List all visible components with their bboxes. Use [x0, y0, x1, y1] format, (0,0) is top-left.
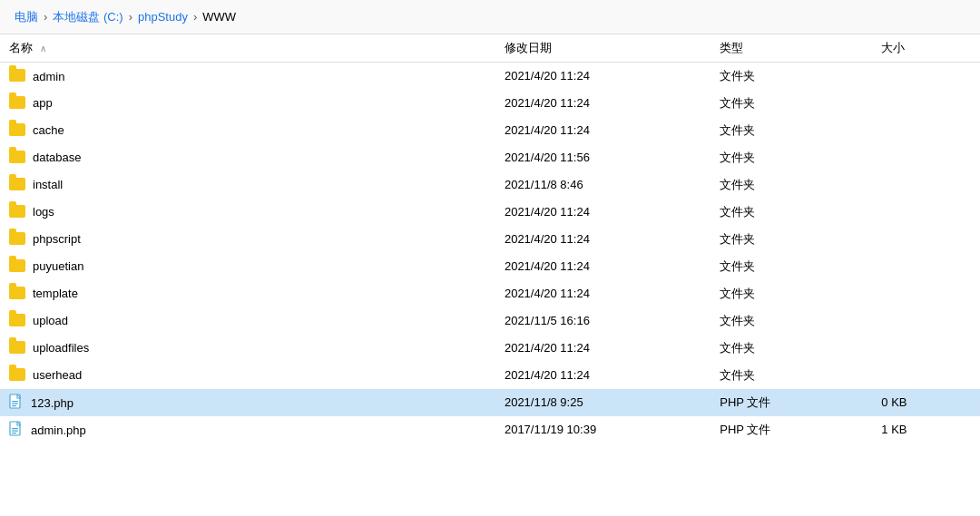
folder-name: phpscript [33, 233, 81, 247]
folder-icon [9, 178, 25, 190]
folder-name: template [33, 287, 78, 301]
file-type-cell: 文件夹 [710, 63, 872, 90]
table-row[interactable]: app2021/4/20 11:24文件夹 [0, 90, 980, 117]
folder-icon [9, 123, 25, 136]
table-header-row: 名称 ∧ 修改日期 类型 大小 [0, 34, 980, 63]
file-type-cell: PHP 文件 [710, 416, 872, 443]
col-header-type[interactable]: 类型 [710, 34, 872, 63]
breadcrumb-phpstudy[interactable]: phpStudy [138, 10, 188, 24]
file-name-cell: uploadfiles [0, 335, 495, 362]
file-name-cell: install [0, 171, 495, 199]
file-name-cell: app [0, 90, 495, 117]
table-row[interactable]: cache2021/4/20 11:24文件夹 [0, 117, 980, 144]
svg-rect-2 [12, 403, 18, 404]
file-size-cell: 1 KB [872, 416, 980, 443]
file-size-cell [872, 171, 980, 199]
breadcrumb-sep-3: › [193, 10, 197, 24]
folder-icon [9, 314, 25, 326]
file-type-cell: 文件夹 [710, 280, 872, 307]
file-date-cell: 2021/11/5 16:16 [495, 307, 710, 335]
breadcrumb-sep-1: › [44, 10, 47, 24]
file-size-cell [872, 90, 980, 117]
breadcrumb-www: WWW [202, 10, 236, 24]
folder-name: admin [33, 70, 64, 83]
file-date-cell: 2021/4/20 11:24 [495, 253, 710, 280]
breadcrumb-sep-2: › [129, 10, 132, 24]
file-name-cell: database [0, 144, 495, 171]
folder-name: uploadfiles [33, 342, 89, 355]
col-header-date[interactable]: 修改日期 [495, 34, 710, 63]
folder-icon [9, 205, 25, 218]
table-row[interactable]: logs2021/4/20 11:24文件夹 [0, 199, 980, 226]
file-type-cell: 文件夹 [710, 171, 872, 199]
file-date-cell: 2021/4/20 11:56 [495, 144, 710, 171]
file-size-cell [872, 226, 980, 253]
file-size-cell: 0 KB [872, 389, 980, 416]
table-row[interactable]: uploadfiles2021/4/20 11:24文件夹 [0, 335, 980, 362]
file-name-cell: admin.php [0, 416, 495, 443]
folder-name: userhead [33, 369, 82, 383]
php-icon [9, 421, 24, 437]
table-row[interactable]: install2021/11/8 8:46文件夹 [0, 171, 980, 199]
file-type-cell: 文件夹 [710, 199, 872, 226]
sort-arrow-name: ∧ [40, 44, 46, 54]
col-header-name[interactable]: 名称 ∧ [0, 34, 495, 63]
file-type-cell: 文件夹 [710, 253, 872, 280]
file-size-cell [872, 307, 980, 335]
file-name-cell: upload [0, 307, 495, 335]
php-file-name: 123.php [31, 395, 74, 409]
file-type-cell: 文件夹 [710, 307, 872, 335]
file-size-cell [872, 362, 980, 389]
file-type-cell: 文件夹 [710, 362, 872, 389]
col-header-size[interactable]: 大小 [872, 34, 980, 63]
folder-icon [9, 96, 25, 109]
folder-icon [9, 341, 25, 354]
file-name-cell: userhead [0, 362, 495, 389]
file-date-cell: 2021/4/20 11:24 [495, 280, 710, 307]
breadcrumb-pc[interactable]: 电脑 [15, 9, 38, 25]
breadcrumb-c-drive[interactable]: 本地磁盘 (C:) [53, 9, 122, 25]
table-row[interactable]: admin.php2017/11/19 10:39PHP 文件1 KB [0, 416, 980, 443]
svg-rect-5 [12, 428, 18, 429]
file-date-cell: 2021/4/20 11:24 [495, 117, 710, 144]
table-row[interactable]: admin2021/4/20 11:24文件夹 [0, 63, 980, 90]
file-type-cell: 文件夹 [710, 117, 872, 144]
php-icon [9, 394, 24, 410]
table-row[interactable]: phpscript2021/4/20 11:24文件夹 [0, 226, 980, 253]
svg-rect-7 [12, 433, 16, 433]
file-name-cell: 123.php [0, 389, 495, 416]
file-size-cell [872, 280, 980, 307]
file-size-cell [872, 335, 980, 362]
php-file-name: admin.php [31, 423, 86, 436]
folder-icon [9, 287, 25, 299]
table-row[interactable]: puyuetian2021/4/20 11:24文件夹 [0, 253, 980, 280]
file-date-cell: 2021/4/20 11:24 [495, 90, 710, 117]
table-row[interactable]: userhead2021/4/20 11:24文件夹 [0, 362, 980, 389]
file-date-cell: 2021/4/20 11:24 [495, 362, 710, 389]
table-row[interactable]: database2021/4/20 11:56文件夹 [0, 144, 980, 171]
folder-name: puyuetian [33, 260, 83, 274]
file-date-cell: 2017/11/19 10:39 [495, 416, 710, 443]
file-date-cell: 2021/11/8 9:25 [495, 389, 710, 416]
file-table: 名称 ∧ 修改日期 类型 大小 admin2021/4/20 11:24文件夹a… [0, 34, 980, 443]
svg-rect-3 [12, 405, 16, 406]
folder-icon [9, 69, 25, 82]
file-type-cell: 文件夹 [710, 335, 872, 362]
folder-name: cache [33, 124, 64, 138]
table-row[interactable]: template2021/4/20 11:24文件夹 [0, 280, 980, 307]
file-type-cell: 文件夹 [710, 144, 872, 171]
file-size-cell [872, 63, 980, 90]
table-row[interactable]: upload2021/11/5 16:16文件夹 [0, 307, 980, 335]
folder-icon [9, 259, 25, 272]
file-type-cell: PHP 文件 [710, 389, 872, 416]
file-date-cell: 2021/4/20 11:24 [495, 199, 710, 226]
folder-icon [9, 151, 25, 163]
table-row[interactable]: 123.php2021/11/8 9:25PHP 文件0 KB [0, 389, 980, 416]
file-name-cell: phpscript [0, 226, 495, 253]
file-type-cell: 文件夹 [710, 90, 872, 117]
file-size-cell [872, 253, 980, 280]
file-name-cell: admin [0, 63, 495, 90]
folder-icon [9, 232, 25, 245]
breadcrumb: 电脑 › 本地磁盘 (C:) › phpStudy › WWW [0, 0, 980, 34]
file-name-cell: template [0, 280, 495, 307]
